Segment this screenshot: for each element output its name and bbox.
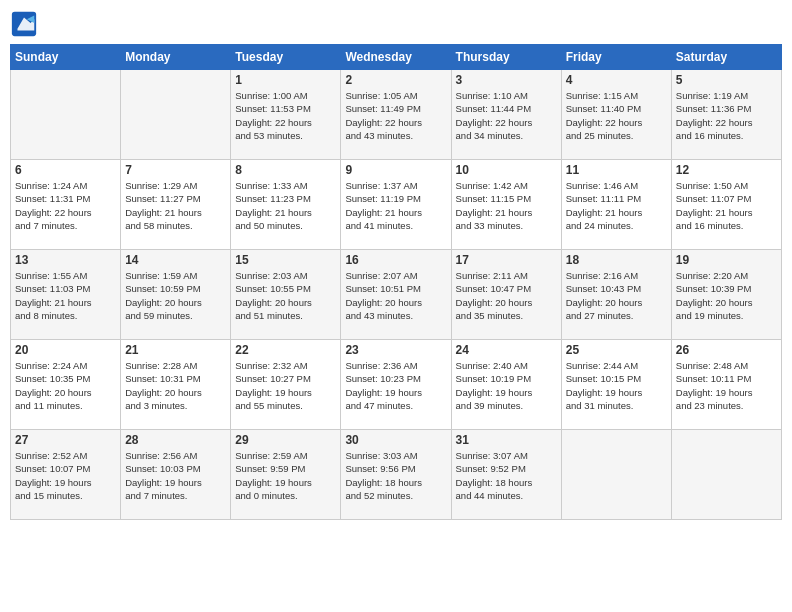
calendar-day-cell: 8Sunrise: 1:33 AM Sunset: 11:23 PM Dayli… xyxy=(231,160,341,250)
day-number: 4 xyxy=(566,73,667,87)
day-number: 9 xyxy=(345,163,446,177)
day-number: 12 xyxy=(676,163,777,177)
calendar-day-cell: 14Sunrise: 1:59 AM Sunset: 10:59 PM Dayl… xyxy=(121,250,231,340)
day-info: Sunrise: 2:07 AM Sunset: 10:51 PM Daylig… xyxy=(345,269,446,322)
calendar-day-cell: 24Sunrise: 2:40 AM Sunset: 10:19 PM Dayl… xyxy=(451,340,561,430)
day-info: Sunrise: 1:24 AM Sunset: 11:31 PM Daylig… xyxy=(15,179,116,232)
day-info: Sunrise: 1:50 AM Sunset: 11:07 PM Daylig… xyxy=(676,179,777,232)
calendar-day-cell: 2Sunrise: 1:05 AM Sunset: 11:49 PM Dayli… xyxy=(341,70,451,160)
calendar-day-cell: 3Sunrise: 1:10 AM Sunset: 11:44 PM Dayli… xyxy=(451,70,561,160)
calendar-week-row: 6Sunrise: 1:24 AM Sunset: 11:31 PM Dayli… xyxy=(11,160,782,250)
day-info: Sunrise: 1:55 AM Sunset: 11:03 PM Daylig… xyxy=(15,269,116,322)
day-number: 23 xyxy=(345,343,446,357)
day-number: 13 xyxy=(15,253,116,267)
day-number: 21 xyxy=(125,343,226,357)
day-info: Sunrise: 1:33 AM Sunset: 11:23 PM Daylig… xyxy=(235,179,336,232)
day-info: Sunrise: 2:20 AM Sunset: 10:39 PM Daylig… xyxy=(676,269,777,322)
calendar-table: SundayMondayTuesdayWednesdayThursdayFrid… xyxy=(10,44,782,520)
day-info: Sunrise: 2:03 AM Sunset: 10:55 PM Daylig… xyxy=(235,269,336,322)
day-info: Sunrise: 1:15 AM Sunset: 11:40 PM Daylig… xyxy=(566,89,667,142)
day-info: Sunrise: 2:32 AM Sunset: 10:27 PM Daylig… xyxy=(235,359,336,412)
day-info: Sunrise: 1:37 AM Sunset: 11:19 PM Daylig… xyxy=(345,179,446,232)
day-of-week-header: Thursday xyxy=(451,45,561,70)
day-number: 3 xyxy=(456,73,557,87)
day-info: Sunrise: 3:07 AM Sunset: 9:52 PM Dayligh… xyxy=(456,449,557,502)
calendar-day-cell: 1Sunrise: 1:00 AM Sunset: 11:53 PM Dayli… xyxy=(231,70,341,160)
logo xyxy=(10,10,42,38)
calendar-day-cell: 15Sunrise: 2:03 AM Sunset: 10:55 PM Dayl… xyxy=(231,250,341,340)
day-number: 10 xyxy=(456,163,557,177)
calendar-day-cell: 17Sunrise: 2:11 AM Sunset: 10:47 PM Dayl… xyxy=(451,250,561,340)
day-number: 29 xyxy=(235,433,336,447)
calendar-day-cell: 21Sunrise: 2:28 AM Sunset: 10:31 PM Dayl… xyxy=(121,340,231,430)
day-info: Sunrise: 1:05 AM Sunset: 11:49 PM Daylig… xyxy=(345,89,446,142)
day-number: 30 xyxy=(345,433,446,447)
day-info: Sunrise: 1:10 AM Sunset: 11:44 PM Daylig… xyxy=(456,89,557,142)
day-number: 14 xyxy=(125,253,226,267)
day-info: Sunrise: 2:56 AM Sunset: 10:03 PM Daylig… xyxy=(125,449,226,502)
day-number: 18 xyxy=(566,253,667,267)
calendar-day-cell: 20Sunrise: 2:24 AM Sunset: 10:35 PM Dayl… xyxy=(11,340,121,430)
calendar-day-cell: 23Sunrise: 2:36 AM Sunset: 10:23 PM Dayl… xyxy=(341,340,451,430)
day-number: 16 xyxy=(345,253,446,267)
calendar-day-cell xyxy=(561,430,671,520)
calendar-day-cell: 5Sunrise: 1:19 AM Sunset: 11:36 PM Dayli… xyxy=(671,70,781,160)
day-number: 8 xyxy=(235,163,336,177)
calendar-day-cell: 19Sunrise: 2:20 AM Sunset: 10:39 PM Dayl… xyxy=(671,250,781,340)
day-of-week-header: Wednesday xyxy=(341,45,451,70)
calendar-body: 1Sunrise: 1:00 AM Sunset: 11:53 PM Dayli… xyxy=(11,70,782,520)
calendar-day-cell: 16Sunrise: 2:07 AM Sunset: 10:51 PM Dayl… xyxy=(341,250,451,340)
calendar-day-cell: 30Sunrise: 3:03 AM Sunset: 9:56 PM Dayli… xyxy=(341,430,451,520)
calendar-day-cell: 18Sunrise: 2:16 AM Sunset: 10:43 PM Dayl… xyxy=(561,250,671,340)
day-number: 6 xyxy=(15,163,116,177)
day-info: Sunrise: 2:40 AM Sunset: 10:19 PM Daylig… xyxy=(456,359,557,412)
day-info: Sunrise: 3:03 AM Sunset: 9:56 PM Dayligh… xyxy=(345,449,446,502)
calendar-day-cell: 28Sunrise: 2:56 AM Sunset: 10:03 PM Dayl… xyxy=(121,430,231,520)
day-info: Sunrise: 2:48 AM Sunset: 10:11 PM Daylig… xyxy=(676,359,777,412)
day-number: 15 xyxy=(235,253,336,267)
day-info: Sunrise: 2:52 AM Sunset: 10:07 PM Daylig… xyxy=(15,449,116,502)
calendar-day-cell: 27Sunrise: 2:52 AM Sunset: 10:07 PM Dayl… xyxy=(11,430,121,520)
calendar-week-row: 20Sunrise: 2:24 AM Sunset: 10:35 PM Dayl… xyxy=(11,340,782,430)
day-info: Sunrise: 1:42 AM Sunset: 11:15 PM Daylig… xyxy=(456,179,557,232)
day-info: Sunrise: 2:59 AM Sunset: 9:59 PM Dayligh… xyxy=(235,449,336,502)
page-header xyxy=(10,10,782,38)
calendar-day-cell xyxy=(121,70,231,160)
day-info: Sunrise: 1:46 AM Sunset: 11:11 PM Daylig… xyxy=(566,179,667,232)
calendar-week-row: 27Sunrise: 2:52 AM Sunset: 10:07 PM Dayl… xyxy=(11,430,782,520)
day-number: 5 xyxy=(676,73,777,87)
day-info: Sunrise: 1:59 AM Sunset: 10:59 PM Daylig… xyxy=(125,269,226,322)
day-of-week-header: Tuesday xyxy=(231,45,341,70)
day-number: 24 xyxy=(456,343,557,357)
calendar-day-cell: 13Sunrise: 1:55 AM Sunset: 11:03 PM Dayl… xyxy=(11,250,121,340)
calendar-day-cell xyxy=(671,430,781,520)
day-number: 28 xyxy=(125,433,226,447)
day-info: Sunrise: 1:29 AM Sunset: 11:27 PM Daylig… xyxy=(125,179,226,232)
day-number: 19 xyxy=(676,253,777,267)
calendar-day-cell: 31Sunrise: 3:07 AM Sunset: 9:52 PM Dayli… xyxy=(451,430,561,520)
calendar-header: SundayMondayTuesdayWednesdayThursdayFrid… xyxy=(11,45,782,70)
day-of-week-header: Friday xyxy=(561,45,671,70)
day-info: Sunrise: 2:44 AM Sunset: 10:15 PM Daylig… xyxy=(566,359,667,412)
calendar-day-cell: 26Sunrise: 2:48 AM Sunset: 10:11 PM Dayl… xyxy=(671,340,781,430)
day-number: 2 xyxy=(345,73,446,87)
calendar-day-cell: 29Sunrise: 2:59 AM Sunset: 9:59 PM Dayli… xyxy=(231,430,341,520)
calendar-day-cell: 10Sunrise: 1:42 AM Sunset: 11:15 PM Dayl… xyxy=(451,160,561,250)
day-info: Sunrise: 2:24 AM Sunset: 10:35 PM Daylig… xyxy=(15,359,116,412)
calendar-day-cell: 22Sunrise: 2:32 AM Sunset: 10:27 PM Dayl… xyxy=(231,340,341,430)
calendar-day-cell: 4Sunrise: 1:15 AM Sunset: 11:40 PM Dayli… xyxy=(561,70,671,160)
day-info: Sunrise: 2:28 AM Sunset: 10:31 PM Daylig… xyxy=(125,359,226,412)
day-info: Sunrise: 2:36 AM Sunset: 10:23 PM Daylig… xyxy=(345,359,446,412)
day-number: 26 xyxy=(676,343,777,357)
day-info: Sunrise: 2:11 AM Sunset: 10:47 PM Daylig… xyxy=(456,269,557,322)
day-number: 7 xyxy=(125,163,226,177)
calendar-day-cell: 25Sunrise: 2:44 AM Sunset: 10:15 PM Dayl… xyxy=(561,340,671,430)
day-number: 27 xyxy=(15,433,116,447)
day-info: Sunrise: 1:19 AM Sunset: 11:36 PM Daylig… xyxy=(676,89,777,142)
day-of-week-header: Sunday xyxy=(11,45,121,70)
calendar-day-cell: 11Sunrise: 1:46 AM Sunset: 11:11 PM Dayl… xyxy=(561,160,671,250)
day-number: 20 xyxy=(15,343,116,357)
calendar-day-cell: 9Sunrise: 1:37 AM Sunset: 11:19 PM Dayli… xyxy=(341,160,451,250)
calendar-day-cell xyxy=(11,70,121,160)
day-number: 25 xyxy=(566,343,667,357)
